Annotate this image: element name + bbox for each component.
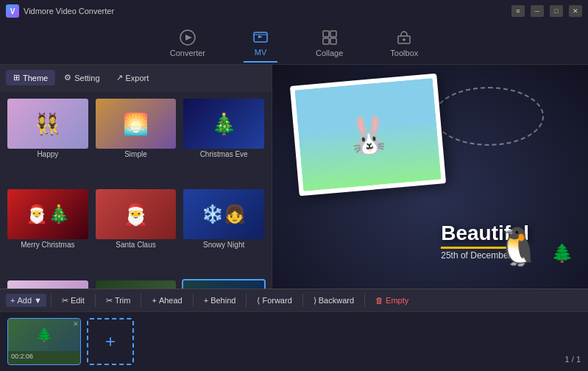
mv-icon	[252, 28, 269, 46]
plus-icon: +	[10, 296, 15, 305]
bottom-section: + Add ▼ ✂ Edit ✂ Trim + Ahead + Behind ⟨…	[0, 289, 588, 371]
app-title: Vidmore Video Converter	[24, 7, 114, 15]
theme-label-snowy-night: Snowy Night	[183, 239, 264, 250]
svg-marker-1	[185, 35, 192, 40]
theme-label-merry-christmas: Merry Christmas	[7, 239, 88, 250]
collage-icon	[322, 29, 338, 46]
add-clip-icon: +	[105, 331, 116, 352]
theme-item-happy[interactable]: 👯 Happy	[6, 97, 90, 183]
behind-button[interactable]: + Behind	[198, 294, 242, 307]
nav-tabs: Converter MV Collage	[0, 22, 588, 65]
trim-label: Trim	[115, 296, 131, 305]
theme-label-christmas-eve: Christmas Eve	[183, 149, 264, 160]
bunny-image: 🐰	[344, 111, 393, 158]
preview-area: 🐰 Beautiful 25th of December 🐧 🌲	[272, 65, 588, 327]
setting-label: Setting	[74, 74, 99, 82]
theme-item-merry-christmas[interactable]: 🎅🎄 Merry Christmas	[6, 188, 90, 274]
titlebar: V Vidmore Video Converter ≡ ─ □ ✕	[0, 0, 588, 22]
gear-icon: ⚙	[64, 73, 71, 82]
trim-button[interactable]: ✂ Trim	[100, 294, 137, 308]
close-button[interactable]: ✕	[569, 5, 582, 17]
separator-2	[95, 294, 96, 307]
export-sub-label: Export	[126, 74, 149, 82]
backward-icon: ⟩	[314, 296, 316, 305]
tab-mv[interactable]: MV	[244, 24, 277, 63]
clip-close-button[interactable]: ✕	[73, 320, 79, 328]
theme-item-simple[interactable]: 🌅 Simple	[94, 97, 178, 183]
converter-icon	[180, 29, 196, 46]
clip-play-icon[interactable]: ▶	[11, 363, 16, 365]
behind-label: Behind	[210, 296, 235, 305]
menu-button[interactable]: ≡	[511, 5, 525, 17]
forward-label: Forward	[262, 296, 291, 305]
separator-7	[364, 294, 365, 307]
converter-label: Converter	[170, 49, 205, 57]
svg-rect-6	[323, 38, 329, 44]
theme-grid-icon: ⊞	[13, 73, 20, 82]
edit-button[interactable]: ✂ Edit	[56, 294, 91, 308]
maximize-button[interactable]: □	[550, 5, 563, 17]
svg-rect-7	[330, 38, 336, 44]
preview-card-inner: 🐰	[294, 78, 441, 191]
forward-button[interactable]: ⟨ Forward	[251, 294, 297, 308]
separator-3	[141, 294, 141, 307]
collage-label: Collage	[316, 49, 343, 57]
dashed-decoration	[433, 87, 544, 146]
ahead-label: Ahead	[159, 296, 183, 305]
export-sub-button[interactable]: ↗ Export	[109, 70, 157, 85]
theme-label-simple: Simple	[96, 149, 177, 160]
export-icon: ↗	[116, 73, 123, 82]
clip-thumbnail: 🌲	[8, 319, 80, 351]
theme-label-happy: Happy	[7, 149, 88, 160]
tab-toolbox[interactable]: Toolbox	[381, 25, 427, 62]
clip-time: 00:2:06	[8, 351, 80, 361]
titlebar-left: V Vidmore Video Converter	[6, 4, 114, 18]
edit-icon: ✂	[62, 296, 68, 305]
add-button[interactable]: + Add ▼	[6, 294, 46, 307]
penguin-image: 🐧 🌲	[495, 225, 573, 268]
sub-toolbar: ⊞ Theme ⚙ Setting ↗ Export	[0, 65, 272, 91]
separator-6	[302, 294, 303, 307]
separator-1	[51, 294, 52, 307]
ahead-icon: +	[152, 296, 156, 305]
svg-rect-4	[323, 31, 329, 37]
clip-cut-icon[interactable]: ✂	[19, 363, 25, 365]
clip-controls: ▶ ✂ ☆ ⋯	[8, 361, 80, 365]
theme-item-santa-claus[interactable]: 🎅 Santa Claus	[94, 188, 178, 274]
toolbox-label: Toolbox	[390, 49, 418, 57]
preview-card: 🐰	[290, 74, 446, 197]
toolbox-icon	[396, 29, 412, 46]
tab-converter[interactable]: Converter	[161, 24, 214, 63]
bottom-toolbar: + Add ▼ ✂ Edit ✂ Trim + Ahead + Behind ⟨…	[0, 289, 588, 312]
theme-item-christmas-eve[interactable]: 🎄 Christmas Eve	[182, 97, 266, 183]
setting-button[interactable]: ⚙ Setting	[57, 70, 107, 85]
clip-settings-icon[interactable]: ⋯	[37, 363, 43, 365]
forward-icon: ⟨	[257, 296, 260, 305]
minimize-button[interactable]: ─	[531, 5, 544, 17]
backward-button[interactable]: ⟩ Backward	[308, 294, 360, 308]
theme-label-santa-claus: Santa Claus	[96, 239, 177, 250]
trash-icon: 🗑	[375, 296, 383, 305]
timeline-clip[interactable]: 🌲 00:2:06 ▶ ✂ ☆ ⋯ ✕	[7, 318, 81, 365]
tab-collage[interactable]: Collage	[307, 25, 352, 62]
backward-label: Backward	[319, 296, 354, 305]
titlebar-controls: ≡ ─ □ ✕	[511, 5, 582, 17]
app-logo: V	[6, 4, 19, 18]
clip-star-icon[interactable]: ☆	[28, 363, 34, 365]
add-clip-button[interactable]: +	[87, 318, 134, 365]
theme-button[interactable]: ⊞ Theme	[6, 70, 55, 85]
empty-label: Empty	[386, 296, 408, 305]
separator-5	[246, 294, 247, 307]
empty-button[interactable]: 🗑 Empty	[369, 294, 414, 307]
tree-decoration: 🌲	[551, 243, 573, 263]
ahead-button[interactable]: + Ahead	[146, 294, 188, 307]
svg-rect-5	[330, 31, 336, 37]
add-label: Add	[17, 296, 32, 305]
page-count: 1 / 1	[565, 355, 581, 367]
theme-label: Theme	[23, 74, 48, 82]
add-arrow: ▼	[34, 296, 42, 305]
edit-label: Edit	[71, 296, 85, 305]
separator-4	[193, 294, 194, 307]
mv-label: MV	[255, 48, 267, 57]
theme-item-snowy-night[interactable]: ❄️👧 Snowy Night	[182, 188, 266, 274]
